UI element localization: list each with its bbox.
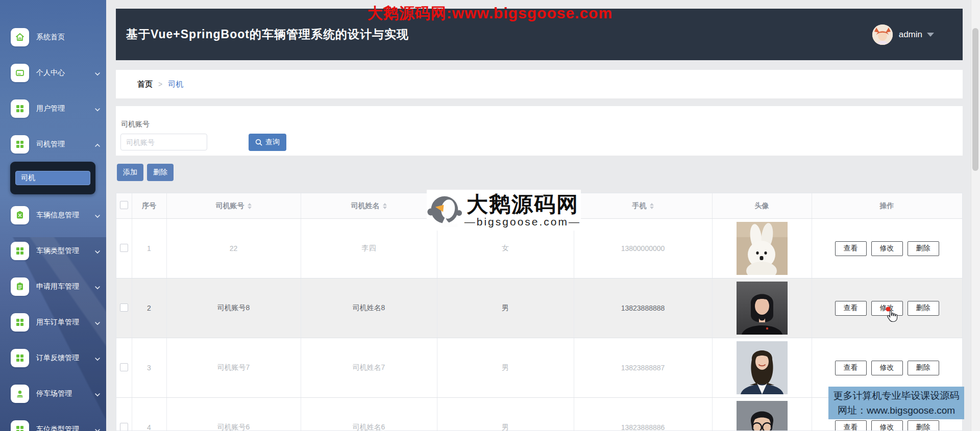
column-header-gender[interactable]: 性别 (437, 193, 574, 219)
sidebar-item-vehicle-order-management[interactable]: 用车订单管理 (0, 313, 106, 332)
cell-gender: 男 (437, 398, 574, 431)
sidebar-item-driver-management[interactable]: 司机管理 (0, 135, 106, 154)
driver-avatar-woman-navy-blazer (737, 341, 788, 394)
search-field-label: 司机账号 (121, 120, 150, 129)
query-button-label: 查询 (265, 138, 280, 147)
sidebar-item-label: 申请用车管理 (36, 282, 79, 291)
sidebar-item-label: 司机管理 (36, 140, 65, 149)
sidebar-item-order-feedback-management[interactable]: 订单反馈管理 (0, 349, 106, 367)
view-button[interactable]: 查看 (835, 241, 867, 256)
column-header-actions: 操作 (812, 193, 962, 219)
delete-row-button[interactable]: 删除 (908, 241, 939, 256)
chevron-down-icon (94, 319, 101, 328)
person-icon (11, 385, 29, 403)
search-panel: 司机账号 查询 (116, 106, 963, 156)
dropdown-caret-icon (927, 33, 934, 37)
cell-name: 司机姓名7 (301, 338, 437, 398)
source-code-ad-overlay: 更多计算机专业毕设课设源码 网址：www.bigsgoose.com (828, 387, 964, 419)
sidebar-item-label: 订单反馈管理 (36, 353, 79, 363)
cell-account: 22 (166, 219, 301, 278)
row-checkbox[interactable] (120, 423, 128, 431)
grid-icon (11, 135, 29, 154)
page-title: 基于Vue+SpringBoot的车辆管理系统的设计与实现 (126, 9, 409, 60)
column-header-phone[interactable]: 手机 (574, 193, 712, 219)
view-button[interactable]: 查看 (835, 361, 867, 375)
sidebar-menu: 系统首页 个人中心 用户管理 司机管理 (0, 0, 106, 431)
driver-account-input[interactable] (120, 134, 207, 150)
cell-index: 2 (132, 278, 166, 338)
table-toolbar: 添加 删除 (117, 164, 174, 181)
ad-line-2: 网址：www.bigsgoose.com (838, 403, 955, 418)
grid-icon (11, 99, 29, 118)
driver-avatar-man-glasses (737, 401, 788, 431)
cell-account: 司机账号6 (166, 398, 301, 431)
sort-icon[interactable] (512, 203, 516, 209)
sidebar-item-label: 车位类型管理 (36, 425, 79, 431)
home-icon (11, 28, 29, 46)
sort-icon[interactable] (383, 203, 387, 209)
search-icon (255, 139, 262, 146)
row-checkbox[interactable] (120, 363, 128, 371)
view-button[interactable]: 查看 (835, 301, 867, 316)
cell-name: 李四 (301, 219, 437, 278)
delete-row-button[interactable]: 删除 (908, 361, 939, 375)
clipboard-icon (11, 277, 29, 296)
edit-button[interactable]: 修改 (871, 301, 903, 316)
column-header-name[interactable]: 司机姓名 (301, 193, 437, 219)
row-checkbox[interactable] (120, 303, 128, 312)
add-button[interactable]: 添加 (117, 164, 143, 181)
view-button[interactable]: 查看 (835, 420, 867, 431)
sidebar-item-parking-lot-management[interactable]: 停车场管理 (0, 385, 106, 403)
cell-account: 司机账号8 (166, 278, 301, 338)
breadcrumb-current[interactable]: 司机 (168, 80, 183, 89)
driver-avatar-rabbit-plush (737, 222, 788, 275)
sidebar-item-label: 系统首页 (36, 33, 65, 42)
breadcrumb-home-link[interactable]: 首页 (137, 80, 153, 89)
username-label: admin (899, 30, 922, 40)
chevron-down-icon (94, 212, 101, 221)
row-actions: 查看 修改 删除 (812, 361, 962, 375)
sidebar-item-vehicle-info-management[interactable]: 车辆信息管理 (0, 206, 106, 224)
select-all-checkbox[interactable] (120, 201, 128, 209)
user-menu[interactable]: admin (872, 9, 934, 60)
table-row: 2 司机账号8 司机姓名8 男 13823888888 查看 修改 删除 (116, 278, 962, 338)
delete-row-button[interactable]: 删除 (908, 420, 939, 431)
sidebar-item-parking-space-type-management[interactable]: 车位类型管理 (0, 420, 106, 431)
edit-button[interactable]: 修改 (871, 241, 903, 256)
sort-icon[interactable] (650, 203, 654, 209)
sidebar: 系统首页 个人中心 用户管理 司机管理 (0, 0, 106, 431)
query-button[interactable]: 查询 (249, 134, 286, 151)
cell-index: 4 (132, 398, 166, 431)
scrollbar-thumb[interactable] (972, 28, 978, 171)
edit-button[interactable]: 修改 (871, 361, 903, 375)
sort-icon[interactable] (248, 203, 252, 209)
delete-button[interactable]: 删除 (147, 164, 174, 181)
sidebar-item-vehicle-type-management[interactable]: 车辆类型管理 (0, 242, 106, 260)
row-actions: 查看 修改 删除 (812, 420, 962, 431)
sidebar-item-vehicle-request-management[interactable]: 申请用车管理 (0, 277, 106, 296)
sidebar-item-user-management[interactable]: 用户管理 (0, 99, 106, 118)
edit-button[interactable]: 修改 (871, 420, 903, 431)
cell-phone: 13823888886 (574, 398, 712, 431)
row-actions: 查看 修改 删除 (812, 241, 962, 256)
chevron-down-icon (94, 284, 101, 293)
sidebar-subitem-driver[interactable]: 司机 (15, 171, 90, 185)
column-header-index: 序号 (132, 193, 166, 219)
cell-phone: 13823888888 (574, 278, 712, 338)
cell-phone: 13800000000 (574, 219, 712, 278)
scrollbar-track[interactable] (971, 0, 980, 431)
row-checkbox[interactable] (120, 244, 128, 252)
cell-account: 司机账号7 (166, 338, 301, 398)
grid-icon (11, 420, 29, 431)
app-window: 系统首页 个人中心 用户管理 司机管理 (0, 0, 980, 431)
ad-line-1: 更多计算机专业毕设课设源码 (834, 388, 960, 403)
chevron-down-icon (94, 355, 101, 364)
sidebar-item-personal-center[interactable]: 个人中心 (0, 64, 106, 82)
sidebar-item-system-home[interactable]: 系统首页 (0, 28, 106, 46)
chevron-down-icon (94, 391, 101, 400)
delete-row-button[interactable]: 删除 (908, 301, 939, 316)
sidebar-item-label: 车辆类型管理 (36, 246, 79, 256)
column-header-account[interactable]: 司机账号 (166, 193, 301, 219)
column-header-avatar: 头像 (712, 193, 812, 219)
chevron-down-icon (94, 106, 101, 115)
